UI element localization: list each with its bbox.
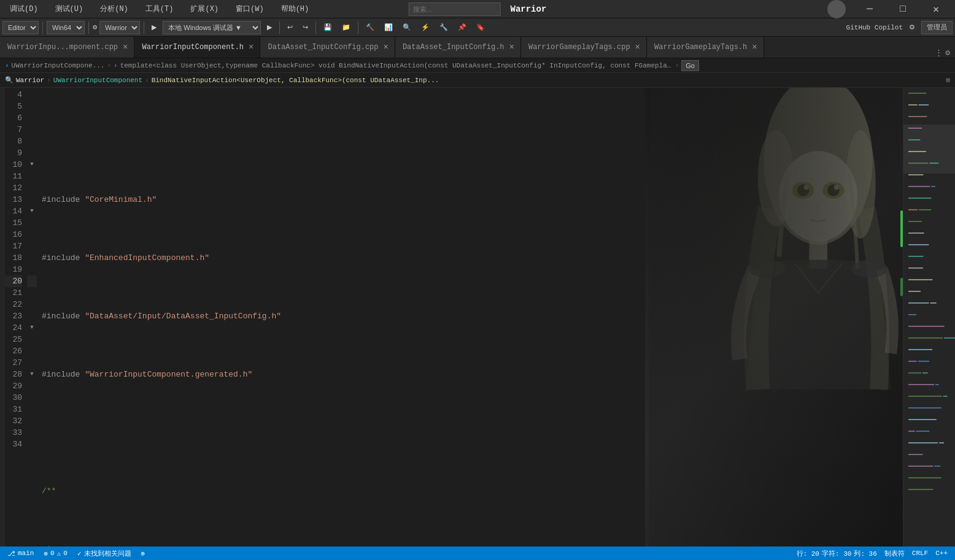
status-errors[interactable]: ⊗ 0 ⚠ 0 bbox=[41, 547, 69, 560]
tab-4[interactable]: WarriorGameplayTags.cpp × bbox=[521, 37, 647, 58]
tab-close-3[interactable]: × bbox=[508, 42, 516, 52]
status-branch[interactable]: ⎇ main bbox=[5, 547, 36, 560]
project-select[interactable]: Warrior bbox=[99, 21, 140, 34]
title-search-input[interactable] bbox=[409, 2, 501, 16]
col-num: 列: 36 bbox=[854, 549, 876, 558]
build-button[interactable]: 🔨 bbox=[362, 21, 378, 34]
ar-15 bbox=[27, 217, 37, 229]
ln-13: 13 bbox=[5, 194, 22, 205]
line-numbers-column: 4 5 6 7 8 9 10 11 12 13 14 15 16 17 18 1… bbox=[5, 88, 27, 547]
run-button[interactable]: ▶ bbox=[148, 21, 160, 34]
extra-button-3[interactable]: 📌 bbox=[454, 21, 470, 34]
menu-window[interactable]: 窗口(W) bbox=[231, 2, 269, 17]
status-tab[interactable]: 制表符 bbox=[882, 547, 907, 560]
ar-10[interactable]: ▼ bbox=[27, 159, 37, 171]
run-remote-button[interactable]: ▶ bbox=[263, 21, 276, 34]
debug-select[interactable]: 本地 Windows 调试器 ▼ bbox=[163, 21, 261, 34]
chart-button[interactable]: 📊 bbox=[381, 21, 396, 34]
tab-close-4[interactable]: × bbox=[634, 42, 641, 52]
editor-select[interactable]: Editor bbox=[2, 21, 39, 34]
tab-close-1[interactable]: × bbox=[247, 42, 255, 52]
scroll-indicator bbox=[900, 210, 903, 247]
tab-close-0[interactable]: × bbox=[122, 42, 129, 52]
ar-17 bbox=[27, 240, 37, 252]
editor-scroll[interactable]: 4 5 6 7 8 9 10 11 12 13 14 15 16 17 18 1… bbox=[5, 88, 903, 547]
ln-16: 16 bbox=[5, 229, 22, 240]
status-line-col[interactable]: 行: 20 字符: 30 列: 36 bbox=[794, 547, 880, 560]
settings-button[interactable]: ⚙ bbox=[905, 21, 919, 34]
minimize-button[interactable]: ─ bbox=[856, 0, 884, 18]
tab-label-1: WarriorInputComponent.h bbox=[142, 43, 244, 52]
code-editor: 4 5 6 7 8 9 10 11 12 13 14 15 16 17 18 1… bbox=[5, 88, 903, 547]
tab-close-5[interactable]: × bbox=[751, 42, 758, 52]
tab-3[interactable]: DataAsset_InputConfig.h × bbox=[395, 37, 521, 58]
breadcrumb-sep2: › bbox=[675, 62, 679, 69]
ar-24[interactable]: ▼ bbox=[27, 322, 37, 334]
breadcrumb-arrow2: › bbox=[114, 62, 118, 69]
tab-close-2[interactable]: × bbox=[382, 42, 390, 52]
tab-2[interactable]: DataAsset_InputConfig.cpp × bbox=[260, 37, 395, 58]
ar-31 bbox=[27, 404, 37, 415]
github-copilot-label[interactable]: GitHub Copilot bbox=[846, 24, 903, 31]
ar-34 bbox=[27, 439, 37, 450]
split-editor-button[interactable]: ⋮ bbox=[935, 48, 943, 58]
status-issues[interactable]: ✓ 未找到相关问题 bbox=[75, 547, 134, 560]
ln-9: 9 bbox=[5, 147, 22, 159]
ln-31: 31 bbox=[5, 404, 22, 415]
extra-button-2[interactable]: 🔧 bbox=[436, 21, 452, 34]
extra-button-4[interactable]: 🔖 bbox=[473, 21, 489, 34]
close-button[interactable]: ✕ bbox=[922, 0, 950, 18]
go-button[interactable]: Go bbox=[681, 60, 699, 71]
ln-22: 22 bbox=[5, 299, 22, 310]
ar-6 bbox=[27, 112, 37, 124]
nav-class[interactable]: UWarriorInputComponent bbox=[53, 77, 142, 84]
platform-select[interactable]: Win64 bbox=[47, 21, 85, 34]
open-button[interactable]: 📁 bbox=[338, 21, 354, 34]
ln-12: 12 bbox=[5, 182, 22, 194]
minimap[interactable] bbox=[903, 88, 955, 547]
nav-sep2: › bbox=[145, 77, 149, 84]
toolbar-sep-5 bbox=[315, 21, 316, 34]
code-line-5: #include "CoreMinimal.h" bbox=[42, 194, 898, 205]
ln-32: 32 bbox=[5, 415, 22, 427]
breadcrumb-part1[interactable]: UWarriorInputCompone... bbox=[12, 62, 105, 69]
status-cursor-action[interactable]: ⊕ bbox=[139, 547, 148, 560]
title-bar: 调试(D) 测试(U) 分析(N) 工具(T) 扩展(X) 窗口(W) 帮助(H… bbox=[0, 0, 955, 18]
menu-tools[interactable]: 工具(T) bbox=[141, 2, 179, 17]
tab-1[interactable]: WarriorInputComponent.h × bbox=[134, 37, 260, 58]
ar-28[interactable]: ▼ bbox=[27, 369, 37, 380]
tab-0[interactable]: WarriorInpu...mponent.cpp × bbox=[0, 37, 134, 58]
status-language[interactable]: C++ bbox=[933, 547, 950, 560]
ar-33 bbox=[27, 427, 37, 439]
undo-button[interactable]: ↩ bbox=[284, 21, 296, 34]
menu-analyze[interactable]: 分析(N) bbox=[95, 2, 133, 17]
ar-14[interactable]: ▼ bbox=[27, 205, 37, 217]
more-tabs-button[interactable]: ⚙ bbox=[945, 48, 950, 58]
user-avatar[interactable] bbox=[827, 0, 846, 18]
breadcrumb-sep: › bbox=[107, 62, 111, 69]
status-encoding[interactable]: CRLF bbox=[910, 547, 930, 560]
menu-debug[interactable]: 调试(D) bbox=[5, 2, 43, 17]
tab-bar-actions: ⋮ ⚙ bbox=[930, 48, 955, 58]
menu-extend[interactable]: 扩展(X) bbox=[185, 2, 223, 17]
code-line-7: #include "DataAsset/Input/DataAsset_Inpu… bbox=[42, 310, 898, 322]
maximize-button[interactable]: □ bbox=[889, 0, 917, 18]
ar-18 bbox=[27, 252, 37, 264]
tab-label-2: DataAsset_InputConfig.cpp bbox=[268, 43, 378, 52]
search-icon[interactable]: 🔍 bbox=[5, 76, 14, 84]
menu-help[interactable]: 帮助(H) bbox=[276, 2, 314, 17]
breadcrumb-part2[interactable]: template<class UserObject,typename Callb… bbox=[120, 62, 673, 69]
title-bar-center: Warrior bbox=[409, 2, 547, 16]
nav-right-icon[interactable]: ⊞ bbox=[946, 76, 950, 84]
admin-button[interactable]: 管理员 bbox=[921, 21, 953, 34]
menu-test[interactable]: 测试(U) bbox=[50, 2, 88, 17]
redo-button[interactable]: ↪ bbox=[299, 21, 312, 34]
tab-5[interactable]: WarriorGameplayTags.h × bbox=[647, 37, 764, 58]
ar-20 bbox=[27, 275, 37, 287]
nav-method[interactable]: BindNativeInputAction<UserObject, Callba… bbox=[152, 77, 439, 84]
ln-34: 34 bbox=[5, 439, 22, 450]
search-toolbar-button[interactable]: 🔍 bbox=[399, 21, 415, 34]
save-button[interactable]: 💾 bbox=[320, 21, 336, 34]
collapse-arrows-column: ▼ ▼ ▼ ▼ bbox=[27, 88, 37, 547]
extra-button-1[interactable]: ⚡ bbox=[417, 21, 433, 34]
